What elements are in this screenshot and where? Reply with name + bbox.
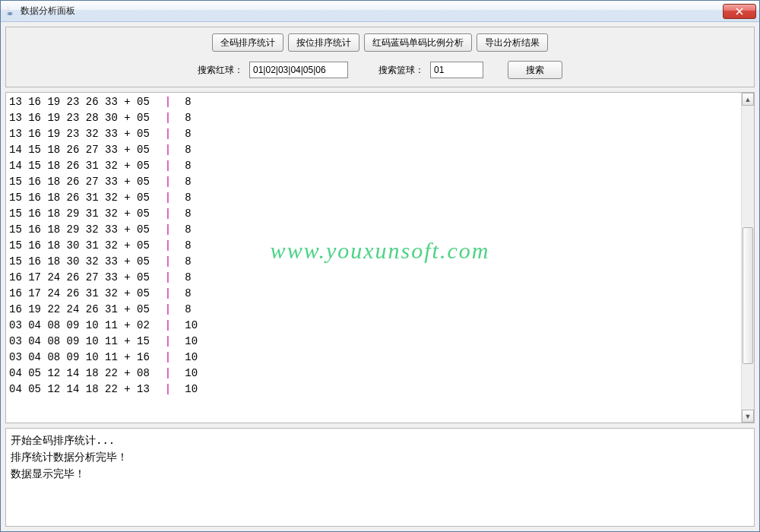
- search-blue-label: 搜索篮球：: [378, 64, 424, 77]
- row-numbers: 15 16 18 26 31 32 + 05: [9, 190, 150, 206]
- log-line: 数据显示完毕！: [11, 465, 749, 482]
- result-row: 16 19 22 24 26 31 + 05|8: [9, 302, 751, 318]
- row-count: 8: [179, 110, 191, 126]
- row-count: 10: [179, 366, 198, 382]
- row-numbers: 03 04 08 09 10 11 + 02: [9, 318, 150, 334]
- row-separator: |: [150, 302, 179, 318]
- button-row: 全码排序统计 按位排序统计 红码蓝码单码比例分析 导出分析结果: [12, 33, 748, 52]
- row-separator: |: [150, 142, 179, 158]
- row-separator: |: [150, 382, 179, 397]
- log-line: 开始全码排序统计...: [11, 432, 749, 448]
- result-row: 15 16 18 26 31 32 + 05|8: [9, 190, 751, 206]
- result-row: 13 16 19 23 26 33 + 05|8: [9, 94, 751, 110]
- row-numbers: 13 16 19 23 32 33 + 05: [9, 126, 150, 142]
- row-separator: |: [150, 222, 179, 238]
- ratio-analysis-button[interactable]: 红码蓝码单码比例分析: [364, 33, 472, 52]
- log-line: 排序统计数据分析完毕！: [11, 448, 749, 465]
- row-separator: |: [150, 318, 179, 334]
- search-red-label: 搜索红球：: [198, 64, 243, 77]
- row-numbers: 13 16 19 23 28 30 + 05: [9, 110, 150, 126]
- pos-sort-button[interactable]: 按位排序统计: [288, 33, 359, 52]
- row-separator: |: [150, 334, 179, 350]
- scroll-up-button[interactable]: ▲: [742, 93, 754, 106]
- row-numbers: 04 05 12 14 18 22 + 08: [9, 366, 150, 382]
- scroll-track[interactable]: [742, 106, 754, 410]
- results-panel: 13 16 19 23 26 33 + 05|813 16 19 23 28 3…: [5, 92, 755, 423]
- close-button[interactable]: [723, 4, 756, 19]
- row-separator: |: [150, 254, 179, 270]
- row-separator: |: [150, 270, 179, 286]
- result-row: 14 15 18 26 27 33 + 05|8: [9, 142, 751, 158]
- result-row: 03 04 08 09 10 11 + 16|10: [9, 350, 751, 366]
- row-count: 8: [179, 222, 191, 238]
- row-numbers: 15 16 18 30 32 33 + 05: [9, 254, 150, 270]
- row-separator: |: [150, 350, 179, 366]
- row-numbers: 04 05 12 14 18 22 + 13: [9, 382, 150, 397]
- row-separator: |: [150, 158, 179, 174]
- row-separator: |: [150, 238, 179, 254]
- row-numbers: 15 16 18 30 31 32 + 05: [9, 238, 150, 254]
- row-count: 8: [179, 158, 191, 174]
- result-row: 15 16 18 30 31 32 + 05|8: [9, 238, 751, 254]
- row-numbers: 15 16 18 29 31 32 + 05: [9, 206, 150, 222]
- row-count: 8: [179, 254, 191, 270]
- result-row: 16 17 24 26 31 32 + 05|8: [9, 286, 751, 302]
- row-count: 8: [179, 302, 191, 318]
- toolbar-panel: 全码排序统计 按位排序统计 红码蓝码单码比例分析 导出分析结果 搜索红球： 搜索…: [5, 27, 755, 87]
- row-count: 8: [179, 126, 191, 142]
- row-separator: |: [150, 126, 179, 142]
- full-sort-button[interactable]: 全码排序统计: [212, 33, 283, 52]
- result-row: 16 17 24 26 27 33 + 05|8: [9, 270, 751, 286]
- result-row: 04 05 12 14 18 22 + 13|10: [9, 382, 751, 397]
- row-separator: |: [150, 190, 179, 206]
- row-numbers: 16 17 24 26 27 33 + 05: [9, 270, 150, 286]
- results-text[interactable]: 13 16 19 23 26 33 + 05|813 16 19 23 28 3…: [6, 93, 754, 399]
- row-count: 8: [179, 206, 191, 222]
- row-separator: |: [150, 94, 179, 110]
- result-row: 14 15 18 26 31 32 + 05|8: [9, 158, 751, 174]
- row-separator: |: [150, 174, 179, 190]
- result-row: 13 16 19 23 32 33 + 05|8: [9, 126, 751, 142]
- scroll-down-button[interactable]: ▼: [742, 410, 754, 423]
- result-row: 15 16 18 29 31 32 + 05|8: [9, 206, 751, 222]
- app-window: 数据分析面板 全码排序统计 按位排序统计 红码蓝码单码比例分析 导出分析结果 搜…: [0, 0, 760, 532]
- result-row: 13 16 19 23 28 30 + 05|8: [9, 110, 751, 126]
- content-area: 全码排序统计 按位排序统计 红码蓝码单码比例分析 导出分析结果 搜索红球： 搜索…: [1, 22, 759, 531]
- export-button[interactable]: 导出分析结果: [477, 33, 548, 52]
- row-separator: |: [150, 110, 179, 126]
- row-count: 8: [179, 190, 191, 206]
- row-count: 8: [179, 270, 191, 286]
- row-count: 8: [179, 142, 191, 158]
- row-count: 8: [179, 174, 191, 190]
- row-numbers: 14 15 18 26 31 32 + 05: [9, 158, 150, 174]
- row-numbers: 16 17 24 26 31 32 + 05: [9, 286, 150, 302]
- row-separator: |: [150, 286, 179, 302]
- row-count: 10: [179, 318, 198, 334]
- row-numbers: 03 04 08 09 10 11 + 15: [9, 334, 150, 350]
- search-button[interactable]: 搜索: [508, 61, 562, 79]
- window-title: 数据分析面板: [21, 5, 723, 17]
- row-count: 8: [179, 94, 191, 110]
- log-panel[interactable]: 开始全码排序统计...排序统计数据分析完毕！数据显示完毕！: [5, 428, 755, 527]
- row-separator: |: [150, 206, 179, 222]
- java-icon: [4, 5, 16, 17]
- vertical-scrollbar[interactable]: ▲ ▼: [741, 93, 754, 423]
- result-row: 15 16 18 26 27 33 + 05|8: [9, 174, 751, 190]
- row-numbers: 03 04 08 09 10 11 + 16: [9, 350, 150, 366]
- result-row: 15 16 18 29 32 33 + 05|8: [9, 222, 751, 238]
- row-numbers: 16 19 22 24 26 31 + 05: [9, 302, 150, 318]
- scroll-thumb[interactable]: [743, 227, 753, 364]
- titlebar: 数据分析面板: [1, 1, 759, 22]
- row-numbers: 15 16 18 29 32 33 + 05: [9, 222, 150, 238]
- result-row: 15 16 18 30 32 33 + 05|8: [9, 254, 751, 270]
- search-red-input[interactable]: [249, 62, 348, 78]
- row-count: 10: [179, 382, 198, 397]
- search-blue-input[interactable]: [430, 62, 483, 78]
- row-separator: |: [150, 366, 179, 382]
- search-row: 搜索红球： 搜索篮球： 搜索: [12, 61, 748, 79]
- row-numbers: 15 16 18 26 27 33 + 05: [9, 174, 150, 190]
- row-count: 10: [179, 334, 198, 350]
- row-numbers: 13 16 19 23 26 33 + 05: [9, 94, 150, 110]
- row-count: 8: [179, 286, 191, 302]
- result-row: 03 04 08 09 10 11 + 02|10: [9, 318, 751, 334]
